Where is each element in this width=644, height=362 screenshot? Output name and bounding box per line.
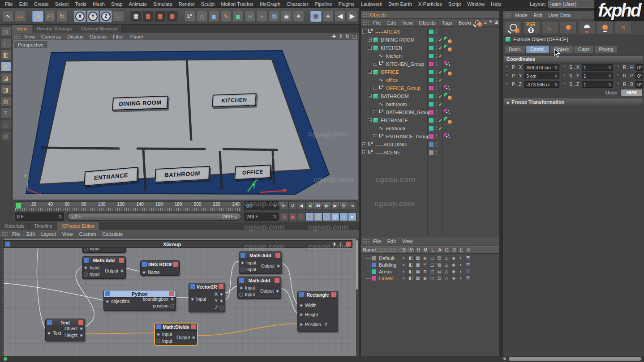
freeze-transformation-header[interactable]: ▶Freeze Transformation xyxy=(504,98,643,105)
name-column-header[interactable]: Name xyxy=(363,247,376,252)
menu-create[interactable]: Create xyxy=(31,0,52,8)
node-out-chip[interactable] xyxy=(119,258,124,263)
sx-field[interactable]: 1⇅ xyxy=(582,64,613,71)
tree-row-bathroom-spline[interactable]: ∿ bathroom ✓ xyxy=(361,100,499,108)
xp-menu-view[interactable]: View xyxy=(59,230,76,238)
node-in-chip[interactable] xyxy=(142,262,147,267)
tree-row-bathroom[interactable]: − BATHROOM ✓ xyxy=(361,92,499,100)
menu-render[interactable]: Render xyxy=(176,0,198,8)
attr-menu-user-data[interactable]: User Data xyxy=(545,11,574,19)
lock-z-axis-button[interactable]: Z xyxy=(100,10,112,22)
object-name[interactable]: -----SCENE xyxy=(375,150,400,155)
autokey-button[interactable]: ? xyxy=(297,213,305,221)
grip-icon[interactable] xyxy=(362,20,369,26)
render-queue-button[interactable]: ▦ xyxy=(167,11,178,22)
layer-chip[interactable] xyxy=(429,94,434,98)
tree-row-kitchen[interactable]: − KITCHEN ✓ xyxy=(361,44,499,52)
col-deformers[interactable]: D xyxy=(450,247,458,253)
port-icon[interactable] xyxy=(192,336,196,340)
object-name[interactable]: ENTRANCE_Group xyxy=(386,134,429,139)
expander[interactable]: − xyxy=(368,118,372,122)
col-xrefs[interactable]: X xyxy=(464,247,472,253)
layer-chip[interactable] xyxy=(429,54,434,58)
object-name[interactable]: -----BUILDING xyxy=(375,142,407,147)
enabled-check-icon[interactable]: ✓ xyxy=(438,118,442,124)
node-python[interactable]: Python objectlink boundingbox position xyxy=(103,290,176,311)
tab-materials[interactable]: Materials xyxy=(0,222,30,230)
obj-menu-bookmarks[interactable]: Bookr xyxy=(455,19,475,27)
vp-menu-view[interactable]: View xyxy=(21,33,38,41)
render-settings-button[interactable]: ✳ xyxy=(322,11,334,22)
key-pla-button[interactable]: ∷ xyxy=(339,213,348,221)
tab-phong[interactable]: Phong xyxy=(595,46,617,53)
object-name[interactable]: OFFICE xyxy=(381,69,399,75)
axis-lock-button[interactable]: ∟ xyxy=(541,21,558,34)
port-icon[interactable] xyxy=(84,273,88,277)
current-frame-field[interactable]: 0 F⇅ xyxy=(244,201,279,210)
port-icon[interactable] xyxy=(299,323,303,327)
coordinates-section-header[interactable]: Coordinates xyxy=(504,55,643,62)
layer-chip[interactable] xyxy=(429,134,434,139)
panel-divider[interactable] xyxy=(499,11,502,362)
key-scale-button[interactable]: ◰ xyxy=(314,213,322,221)
pz-field[interactable]: -373.946 cr⇅ xyxy=(524,81,559,88)
tree-row-entrance-spline[interactable]: ∿ entrance ✓ xyxy=(361,124,499,132)
layer-chip[interactable] xyxy=(429,126,434,131)
points-mode-button[interactable]: ◩ xyxy=(1,61,11,72)
grip-icon[interactable] xyxy=(504,13,511,18)
node-in-chip[interactable] xyxy=(240,253,245,258)
pause-button[interactable]: ▮▮ xyxy=(314,201,322,210)
tree-row-entrance-group[interactable]: + L⁰ ENTRANCE_Group xyxy=(361,132,499,141)
layer-name[interactable]: Labels xyxy=(379,276,393,281)
order-select[interactable]: HPB xyxy=(621,89,642,96)
vp-menu-options[interactable]: Options xyxy=(86,33,110,41)
menu-plugins[interactable]: Plugins xyxy=(335,0,357,8)
port-icon[interactable] xyxy=(240,268,245,272)
render-region-button[interactable]: ▦ xyxy=(142,11,154,22)
close-icon[interactable] xyxy=(346,242,351,247)
tree-row-building[interactable]: + L⁰ -----BUILDING xyxy=(361,141,499,149)
layer-chip[interactable] xyxy=(429,110,434,115)
home-icon[interactable]: ⌂ xyxy=(484,19,487,25)
material-tag-icon[interactable] xyxy=(448,120,452,124)
grip-icon[interactable] xyxy=(362,12,369,17)
menu-mesh[interactable]: Mesh xyxy=(90,0,108,8)
vp-menu-filter[interactable]: Filter xyxy=(110,33,127,41)
tab-xpresso-editor[interactable]: XPresso Editor xyxy=(57,222,99,230)
maximize-view-icon[interactable]: ▢ xyxy=(352,33,357,40)
sx-record-circle[interactable] xyxy=(562,64,567,69)
layer-menu-file[interactable]: File xyxy=(370,237,384,245)
menu-character[interactable]: Character xyxy=(283,0,311,8)
visibility-dots[interactable] xyxy=(436,86,437,90)
menu-select[interactable]: Select xyxy=(52,0,72,8)
zoom-view-icon[interactable]: ⇕ xyxy=(339,242,343,247)
expander[interactable]: + xyxy=(373,86,377,90)
nav-forward-button[interactable]: ▶ xyxy=(347,11,358,22)
add-generator-button[interactable]: ◼ xyxy=(232,11,244,22)
menu-edit[interactable]: Edit xyxy=(16,0,31,8)
rh-record-circle[interactable] xyxy=(616,64,621,69)
node-in-chip[interactable] xyxy=(156,324,161,329)
layer-color[interactable] xyxy=(372,276,376,281)
visibility-dots[interactable] xyxy=(436,54,437,58)
add-environment-button[interactable]: ▦ xyxy=(269,11,280,22)
layer-name[interactable]: Areas xyxy=(379,269,392,274)
visibility-dots[interactable] xyxy=(436,94,437,98)
add-bookmark-icon[interactable]: ⊞ xyxy=(494,19,498,25)
tab-timeline[interactable]: Timeline xyxy=(30,222,57,230)
port-icon[interactable] xyxy=(156,339,160,343)
tree-row-scene[interactable]: + L⁰ -----SCENE xyxy=(361,149,499,157)
node-in-chip[interactable] xyxy=(84,258,89,263)
expander[interactable]: + xyxy=(368,38,372,42)
enabled-check-icon[interactable]: ✓ xyxy=(438,126,442,132)
menu-snap[interactable]: Snap xyxy=(108,0,126,8)
step-back-button[interactable]: ◀ xyxy=(297,201,305,210)
node-out-chip[interactable] xyxy=(331,292,336,297)
preview-range-slider[interactable]: ◀ 0 F 249 F ▶ xyxy=(67,213,242,221)
obj-menu-view[interactable]: View xyxy=(399,19,416,27)
vp-menu-display[interactable]: Display xyxy=(64,33,86,41)
port-icon[interactable] xyxy=(299,313,303,317)
col-manager[interactable]: M xyxy=(421,247,429,253)
object-name[interactable]: BATHROOM_Group xyxy=(386,110,430,115)
select-tool-button[interactable]: ↖ xyxy=(3,11,14,22)
